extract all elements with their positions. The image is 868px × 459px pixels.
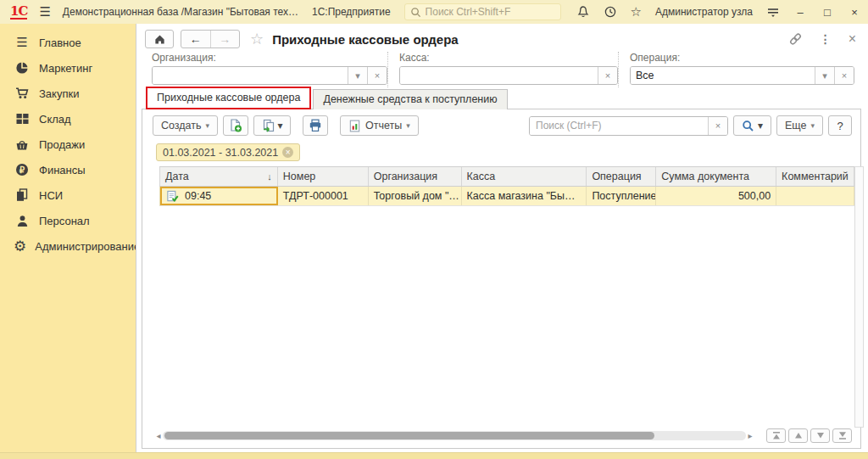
go-previous-button[interactable] xyxy=(788,428,808,443)
global-search[interactable] xyxy=(404,3,561,20)
window-maximize-button[interactable]: □ xyxy=(821,6,834,19)
go-first-button[interactable] xyxy=(766,428,786,443)
column-header-date[interactable]: Дата ↓ xyxy=(160,167,278,186)
cash-desk-label: Касса: xyxy=(399,52,618,64)
reports-button[interactable]: Отчеты ▾ xyxy=(340,115,419,136)
window-close-button[interactable]: × xyxy=(848,6,861,19)
home-button[interactable] xyxy=(145,30,174,48)
print-button[interactable] xyxy=(303,115,328,136)
column-header-number[interactable]: Номер xyxy=(278,167,369,186)
tab-content-panel: Создать ▾ ▾ Отчеты ▾ xyxy=(142,109,861,449)
go-next-button[interactable] xyxy=(810,428,830,443)
sidebar-item-label: Закупки xyxy=(39,87,79,100)
scrollbar-thumb[interactable] xyxy=(164,432,654,439)
operation-label: Операция: xyxy=(630,52,854,64)
column-header-cash-desk[interactable]: Касса xyxy=(462,167,587,186)
scrollbar-track[interactable] xyxy=(163,431,746,440)
remove-filter-icon[interactable]: × xyxy=(282,147,293,158)
go-next-icon xyxy=(815,431,826,440)
cell-operation[interactable]: Поступление ДС… xyxy=(587,187,656,205)
new-document-icon xyxy=(229,119,242,132)
app-name: 1С:Предприятие xyxy=(312,6,391,18)
sidebar-item-personnel[interactable]: Персонал xyxy=(0,208,136,233)
history-icon[interactable] xyxy=(604,5,617,19)
service-menu-icon[interactable] xyxy=(766,6,780,19)
tab-cash-receipt-orders[interactable]: Приходные кассовые ордера xyxy=(146,87,311,109)
cash-desk-field[interactable]: × xyxy=(399,66,618,85)
sidebar-item-sales[interactable]: Продажи xyxy=(0,132,136,157)
cell-date[interactable]: 09:45 xyxy=(160,187,278,205)
sort-desc-icon: ↓ xyxy=(267,167,272,186)
operation-input[interactable] xyxy=(631,67,815,84)
period-filter-tag[interactable]: 01.03.2021 - 31.03.2021 × xyxy=(156,143,300,161)
cell-amount[interactable]: 500,00 xyxy=(656,187,776,205)
cell-organization[interactable]: Торговый дом "… xyxy=(369,187,462,205)
global-search-input[interactable] xyxy=(426,6,555,18)
list-search-input[interactable] xyxy=(530,117,708,135)
copy-button[interactable]: ▾ xyxy=(253,115,291,136)
vertical-scrollbar[interactable] xyxy=(854,166,864,428)
sidebar-item-administration[interactable]: ⚙ Администрирование xyxy=(0,233,136,259)
sidebar-item-marketing[interactable]: Маркетинг xyxy=(0,55,136,81)
organization-clear-icon[interactable]: × xyxy=(367,67,387,84)
create-button[interactable]: Создать ▾ xyxy=(153,115,218,136)
search-clear-icon[interactable]: × xyxy=(708,117,727,135)
filter-tags-row: 01.03.2021 - 31.03.2021 × xyxy=(156,143,300,162)
sidebar: ☰ Главное Маркетинг Закупки Склад Прод xyxy=(0,24,136,459)
column-header-comment[interactable]: Комментарий xyxy=(776,167,854,186)
sidebar-item-main[interactable]: ☰ Главное xyxy=(0,30,136,55)
help-button[interactable]: ? xyxy=(828,115,852,136)
person-icon xyxy=(14,213,31,228)
go-previous-icon xyxy=(793,431,804,440)
organization-input[interactable] xyxy=(153,67,348,84)
cell-number[interactable]: ТДРТ-000001 xyxy=(278,187,369,205)
favorite-star-icon[interactable]: ☆ xyxy=(250,30,264,48)
go-last-button[interactable] xyxy=(832,428,852,443)
create-group-button[interactable] xyxy=(223,115,248,136)
chevron-down-icon: ▾ xyxy=(758,120,763,132)
sidebar-item-label: Главное xyxy=(39,36,81,49)
operation-field[interactable]: ▾ × xyxy=(630,66,854,85)
main-menu-icon[interactable]: ☰ xyxy=(39,4,50,20)
cash-desk-clear-icon[interactable]: × xyxy=(598,67,617,84)
sidebar-item-purchases[interactable]: Закупки xyxy=(0,81,136,106)
list-search-field[interactable]: × xyxy=(529,116,728,136)
cell-cash-desk[interactable]: Касса магазина "Бы… xyxy=(462,187,587,205)
sidebar-item-warehouse[interactable]: Склад xyxy=(0,106,136,132)
notifications-bell-icon[interactable] xyxy=(576,5,590,19)
more-menu-icon[interactable]: ⋮ xyxy=(820,32,832,46)
organization-field[interactable]: ▾ × xyxy=(152,66,387,85)
page-title: Приходные кассовые ордера xyxy=(272,32,459,47)
tab-expected-funds[interactable]: Денежные средства к поступлению xyxy=(313,89,507,109)
operation-dropdown-icon[interactable]: ▾ xyxy=(815,67,834,84)
column-header-operation[interactable]: Операция xyxy=(587,167,656,186)
scroll-left-icon[interactable]: ◂ xyxy=(154,431,163,440)
history-nav-buttons: ← → xyxy=(181,30,240,48)
column-header-amount[interactable]: Сумма документа xyxy=(656,167,776,186)
forward-button[interactable]: → xyxy=(211,31,240,48)
favorites-star-icon[interactable]: ☆ xyxy=(631,4,642,20)
books-icon xyxy=(14,188,31,203)
more-button[interactable]: Еще ▾ xyxy=(776,115,823,136)
cell-comment[interactable] xyxy=(776,187,854,205)
horizontal-scrollbar[interactable]: ◂ ▸ xyxy=(154,430,754,441)
menu-lines-icon: ☰ xyxy=(14,35,31,50)
organization-label: Организация: xyxy=(152,52,387,64)
scroll-right-icon[interactable]: ▸ xyxy=(746,431,754,440)
app-window: 1С ☰ Демонстрационная база /Магазин "Быт… xyxy=(0,0,868,459)
close-form-icon[interactable]: × xyxy=(849,31,856,47)
sidebar-item-finance[interactable]: ₽ Финансы xyxy=(0,157,136,182)
sidebar-item-nsi[interactable]: НСИ xyxy=(0,182,136,208)
window-minimize-button[interactable]: – xyxy=(793,6,807,19)
column-header-organization[interactable]: Организация xyxy=(369,167,462,186)
operation-clear-icon[interactable]: × xyxy=(834,67,854,84)
table-row[interactable]: 09:45 ТДРТ-000001 Торговый дом "… Касса … xyxy=(159,187,854,206)
back-button[interactable]: ← xyxy=(181,31,210,48)
gear-icon: ⚙ xyxy=(14,238,26,254)
documents-table: Дата ↓ Номер Организация Касса Операция … xyxy=(159,166,854,206)
cash-desk-input[interactable] xyxy=(400,67,598,84)
organization-dropdown-icon[interactable]: ▾ xyxy=(348,67,367,84)
get-link-icon[interactable] xyxy=(788,32,803,46)
advanced-search-button[interactable]: ▾ xyxy=(733,115,771,136)
chevron-down-icon: ▾ xyxy=(406,121,410,130)
